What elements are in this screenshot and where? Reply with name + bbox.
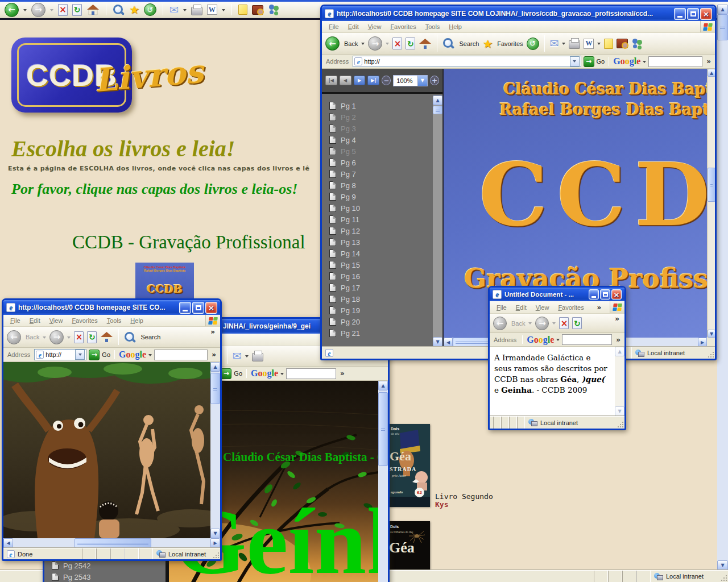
scroll-down-icon[interactable]: ▼ bbox=[210, 529, 220, 538]
main-vertical-scrollbar[interactable]: ▲ ▼ bbox=[717, 5, 728, 570]
mail-dropdown-icon[interactable] bbox=[562, 43, 565, 47]
search-icon[interactable] bbox=[124, 331, 136, 343]
back-icon[interactable]: ← bbox=[325, 36, 340, 51]
google-dropdown-icon[interactable] bbox=[148, 354, 152, 358]
home-icon[interactable] bbox=[419, 38, 432, 49]
close-button[interactable]: × bbox=[205, 302, 217, 314]
book-cover-gea-dois[interactable]: Dois os brilhantes do céu Géa bbox=[388, 521, 430, 570]
mail-icon[interactable]: ✉ bbox=[233, 351, 242, 361]
back-icon[interactable]: ← bbox=[7, 330, 21, 344]
mail-icon[interactable]: ✉ bbox=[169, 5, 179, 15]
zoom-dropdown-icon[interactable]: ▼ bbox=[417, 76, 427, 86]
page-list-item[interactable]: Pg 18 bbox=[322, 293, 433, 305]
scroll-thumb[interactable] bbox=[378, 392, 388, 466]
page-list-item[interactable]: Pg 7 bbox=[322, 168, 433, 180]
stop-icon[interactable]: × bbox=[392, 38, 402, 49]
menu-item[interactable]: View bbox=[45, 317, 68, 324]
address-dropdown[interactable] bbox=[570, 56, 580, 66]
page-list-item[interactable]: Pg 5 bbox=[322, 146, 433, 157]
search-icon[interactable] bbox=[442, 38, 454, 49]
menu-item[interactable]: View bbox=[531, 304, 554, 311]
scroll-right-icon[interactable]: ▶ bbox=[210, 538, 220, 548]
menu-item[interactable]: File bbox=[492, 304, 511, 311]
toolbar-chevron[interactable]: » bbox=[209, 328, 217, 336]
page-list-item[interactable]: Pg 10 bbox=[322, 202, 433, 214]
maximize-button[interactable] bbox=[687, 8, 699, 20]
viewer-titlebar[interactable]: http://localhost/0 CCDB homepage SITE CO… bbox=[322, 6, 715, 21]
menu-item[interactable]: Tools bbox=[421, 23, 445, 30]
go-icon[interactable]: → bbox=[221, 368, 231, 379]
menu-item[interactable]: Edit bbox=[344, 23, 363, 30]
resize-grip[interactable] bbox=[721, 575, 727, 581]
book-find-icon[interactable] bbox=[617, 39, 628, 48]
search-icon[interactable] bbox=[113, 4, 125, 16]
history-icon[interactable]: ↺ bbox=[144, 3, 156, 16]
scroll-up-icon[interactable]: ▲ bbox=[615, 347, 624, 356]
google-search-input[interactable] bbox=[648, 56, 702, 67]
forward-dropdown-icon[interactable] bbox=[552, 322, 556, 326]
scroll-left-icon[interactable]: ◀ bbox=[444, 338, 453, 347]
scroll-down-icon[interactable]: ▼ bbox=[615, 406, 624, 416]
close-button[interactable]: × bbox=[700, 8, 712, 20]
menu-item[interactable]: File bbox=[6, 317, 25, 324]
toolbar-chevron[interactable]: » bbox=[705, 57, 713, 65]
scroll-thumb[interactable] bbox=[717, 14, 728, 40]
forward-dropdown-icon[interactable] bbox=[386, 43, 389, 47]
menu-item[interactable]: Favorites bbox=[386, 23, 420, 30]
page-list-item[interactable]: Pg 2543 bbox=[44, 571, 166, 582]
refresh-icon[interactable]: ↻ bbox=[87, 331, 97, 343]
menu-item[interactable]: Favorites bbox=[67, 317, 102, 324]
zoom-select[interactable]: 100%▼ bbox=[393, 75, 428, 86]
google-search-input[interactable] bbox=[286, 368, 336, 379]
back-icon[interactable]: ← bbox=[5, 3, 19, 17]
scroll-down-icon[interactable]: ▼ bbox=[708, 330, 715, 338]
page-list-item[interactable]: Pg 8 bbox=[322, 180, 433, 191]
page-list-item[interactable]: Pg 6 bbox=[322, 157, 433, 168]
toolbar-chevron[interactable]: » bbox=[614, 336, 622, 344]
forward-icon[interactable]: → bbox=[31, 3, 46, 17]
page-list-item[interactable]: Pg 4 bbox=[322, 134, 433, 146]
page-list-item[interactable]: Pg 17 bbox=[322, 282, 433, 293]
page-list-item[interactable]: Pg 2 bbox=[322, 111, 433, 123]
refresh-icon[interactable]: ↻ bbox=[72, 4, 82, 16]
scroll-up-icon[interactable]: ▲ bbox=[210, 362, 220, 372]
go-icon[interactable]: → bbox=[89, 350, 100, 360]
menu-item[interactable]: View bbox=[363, 23, 386, 30]
menu-chevron[interactable]: » bbox=[595, 304, 603, 311]
zoom-out-icon[interactable]: − bbox=[382, 76, 391, 85]
forward-dropdown-icon[interactable] bbox=[50, 9, 53, 13]
menu-item[interactable]: Favorites bbox=[553, 304, 588, 311]
page-scrollbar[interactable]: ▲ ▼ bbox=[707, 69, 715, 338]
page-list-item[interactable]: Pg 2542 bbox=[44, 560, 166, 571]
mail-icon[interactable]: ✉ bbox=[550, 38, 559, 49]
page-list-item[interactable]: Pg 9 bbox=[322, 191, 433, 202]
home-icon[interactable] bbox=[100, 331, 113, 343]
go-icon[interactable]: → bbox=[584, 56, 594, 67]
scroll-left-icon[interactable]: ◀ bbox=[3, 538, 13, 548]
note-scrollbar[interactable]: ▲ ▼ bbox=[615, 347, 624, 416]
google-search-input[interactable] bbox=[154, 350, 208, 360]
toolbar-chevron[interactable]: » bbox=[210, 351, 218, 359]
menu-items[interactable]: FileEditViewFavoritesToolsHelp bbox=[324, 23, 466, 30]
scroll-thumb[interactable] bbox=[75, 538, 151, 548]
maximize-button[interactable] bbox=[192, 302, 204, 314]
page-list-item[interactable]: Pg 11 bbox=[322, 214, 433, 225]
favorites-icon[interactable]: ★ bbox=[482, 38, 493, 49]
menu-item[interactable]: Help bbox=[126, 317, 148, 324]
notes-icon[interactable] bbox=[238, 5, 247, 15]
google-dropdown-icon[interactable] bbox=[556, 339, 560, 343]
stop-icon[interactable]: × bbox=[58, 4, 68, 16]
print-icon[interactable] bbox=[569, 40, 580, 49]
maximize-button[interactable] bbox=[600, 289, 610, 300]
page-list-item[interactable]: Pg 20 bbox=[322, 316, 433, 327]
resize-grip[interactable] bbox=[618, 422, 623, 427]
home-hscrollbar[interactable]: ◀ ▶ bbox=[3, 538, 220, 548]
menu-item[interactable]: File bbox=[324, 23, 344, 30]
address-field[interactable]: http:// bbox=[353, 56, 581, 67]
first-page-icon[interactable]: |◀ bbox=[325, 76, 337, 85]
stop-icon[interactable]: × bbox=[559, 317, 569, 329]
scroll-thumb[interactable] bbox=[708, 168, 715, 202]
scroll-thumb[interactable] bbox=[433, 106, 442, 114]
forward-icon[interactable]: → bbox=[49, 330, 64, 344]
refresh-icon[interactable]: ↻ bbox=[572, 317, 582, 329]
